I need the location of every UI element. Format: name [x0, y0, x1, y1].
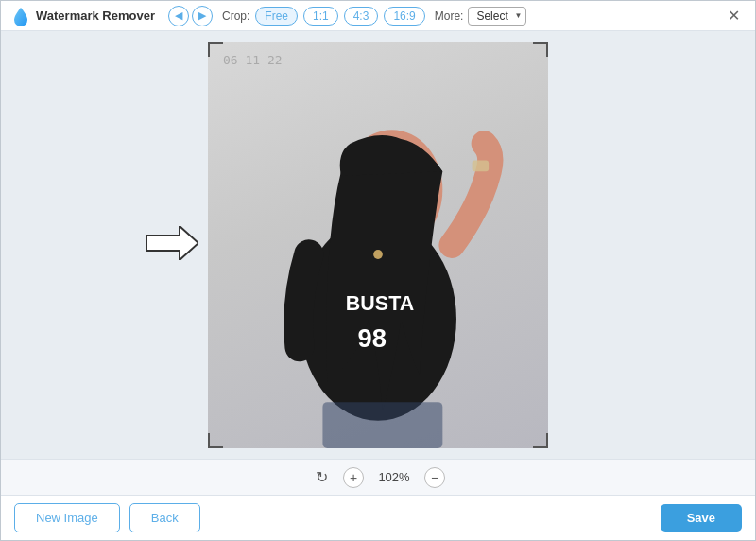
app-logo-icon — [10, 6, 31, 26]
titlebar: Watermark Remover ◀ ▶ Crop: Free 1:1 4:3… — [1, 1, 755, 31]
zoom-level: 102% — [375, 470, 413, 484]
new-image-button[interactable]: New Image — [14, 503, 120, 532]
main-area: 06-11-22 BUSTA 98 — [1, 31, 755, 459]
zoom-in-button[interactable]: + — [343, 467, 364, 488]
more-label: More: — [435, 9, 464, 23]
svg-rect-7 — [472, 160, 490, 171]
footer: New Image Back Save — [1, 495, 755, 540]
crop-label: Crop: — [222, 9, 249, 23]
crop-1-1-btn[interactable]: 1:1 — [303, 7, 338, 26]
crop-4-3-btn[interactable]: 4:3 — [344, 7, 379, 26]
photo-mock: 06-11-22 BUSTA 98 — [208, 42, 548, 448]
svg-point-6 — [373, 250, 383, 259]
app-title: Watermark Remover — [36, 9, 155, 23]
zoom-out-button[interactable]: − — [424, 467, 445, 488]
rotate-button[interactable]: ↻ — [311, 467, 332, 488]
svg-text:BUSTA: BUSTA — [346, 292, 414, 315]
select-dropdown[interactable]: Select — [468, 7, 526, 26]
svg-rect-8 — [322, 402, 442, 448]
bottom-toolbar: ↻ + 102% − — [1, 459, 755, 495]
app-logo: Watermark Remover — [10, 6, 155, 26]
nav-back-arrow[interactable]: ◀ — [168, 6, 189, 26]
crop-16-9-btn[interactable]: 16:9 — [384, 7, 424, 26]
back-button[interactable]: Back — [129, 503, 200, 532]
person-figure: BUSTA 98 — [246, 61, 510, 448]
nav-forward-arrow[interactable]: ▶ — [192, 6, 213, 26]
save-button[interactable]: Save — [661, 504, 742, 532]
crop-options: Free 1:1 4:3 16:9 — [255, 7, 424, 26]
arrow-right-annotation — [146, 226, 198, 264]
image-container: 06-11-22 BUSTA 98 — [208, 42, 548, 448]
crop-free-btn[interactable]: Free — [255, 7, 298, 26]
select-wrapper[interactable]: Select — [468, 7, 526, 26]
nav-arrows: ◀ ▶ — [168, 6, 213, 26]
svg-text:98: 98 — [358, 323, 387, 353]
svg-marker-0 — [146, 226, 198, 260]
close-button[interactable]: ✕ — [721, 4, 746, 28]
